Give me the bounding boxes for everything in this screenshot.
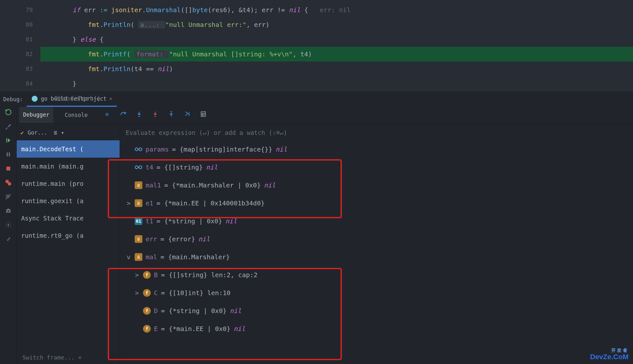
svg-point-12	[7, 210, 9, 212]
stack-frame[interactable]: main.main (main.g	[17, 158, 120, 175]
svg-point-10	[8, 182, 11, 186]
show-exec-point-icon[interactable]: ≡	[103, 111, 111, 119]
stack-frame[interactable]: runtime.rt0_go (a	[17, 227, 120, 244]
variable-row[interactable]: >≡e1 = {*main.EE | 0x140001b34d0}	[120, 194, 633, 212]
resume-icon[interactable]	[4, 136, 13, 145]
watermark: 开发者 DevZe.CoM	[590, 348, 629, 361]
switch-frame-hint[interactable]: Switch frame... ×	[22, 354, 81, 361]
watch-icon	[135, 145, 142, 153]
svg-point-13	[7, 224, 9, 226]
variable-row[interactable]: ≡err = {error} nil	[120, 230, 633, 248]
svg-rect-14	[138, 116, 140, 117]
debugger-tabs: Debugger Console ≡	[17, 106, 633, 124]
svg-rect-5	[6, 138, 7, 142]
svg-point-4	[36, 98, 36, 98]
force-step-into-icon[interactable]	[151, 111, 159, 119]
field-icon: f	[143, 307, 151, 315]
stack-frame[interactable]: Async Stack Trace	[17, 210, 120, 227]
field-icon: f	[143, 271, 151, 279]
filter-icon[interactable]: ≣	[54, 129, 57, 136]
debug-toolwindow: Debugger Console ≡ ✔ Gor... ≣ ▾ ma	[0, 106, 633, 364]
svg-rect-7	[9, 153, 10, 156]
evaluate-input[interactable]: Evaluate expression (↵) or add a watch (…	[120, 125, 633, 140]
tab-console[interactable]: Console	[61, 107, 92, 123]
struct-icon: ≡	[135, 181, 142, 189]
code-area[interactable]: if err := jsoniter.Unmarshal([]byte(res6…	[42, 0, 633, 92]
svg-rect-17	[201, 112, 205, 116]
variable-row[interactable]: fD = {*string | 0x0} nil	[120, 302, 633, 320]
variable-row[interactable]: v≡mal = {main.Marshaler}	[120, 248, 633, 266]
variable-row[interactable]: >fC = {[10]int} len:10	[120, 284, 633, 302]
step-over-icon[interactable]	[119, 111, 127, 119]
debug-label: Debug:	[0, 96, 27, 103]
wrench-icon[interactable]	[4, 122, 13, 131]
run-to-cursor-icon[interactable]	[183, 111, 191, 119]
gopher-icon	[31, 95, 38, 102]
variable-row[interactable]: t4 = {[]string} nil	[120, 158, 633, 176]
struct-icon: ≡	[135, 235, 142, 243]
field-icon: f	[143, 325, 151, 333]
checkmark-icon: ✔	[21, 129, 24, 136]
tab-debugger[interactable]: Debugger	[19, 107, 53, 123]
svg-point-24	[139, 166, 142, 169]
svg-rect-8	[6, 167, 10, 170]
evaluate-icon[interactable]	[199, 111, 207, 119]
stack-frame[interactable]: main.DecodeTest (	[17, 140, 120, 158]
primitive-icon: 01	[135, 217, 142, 225]
camera-icon[interactable]	[4, 206, 13, 215]
step-into-icon[interactable]	[135, 111, 143, 119]
svg-point-21	[135, 148, 138, 151]
struct-icon: ≡	[135, 253, 142, 261]
pause-icon[interactable]	[4, 150, 13, 159]
goroutines-label[interactable]: Gor...	[28, 129, 47, 136]
svg-point-22	[139, 148, 142, 151]
frames-panel: ✔ Gor... ≣ ▾ main.DecodeTest (main.main …	[17, 124, 120, 364]
struct-icon: ≡	[135, 199, 142, 207]
stack-frame[interactable]: runtime.goexit (a	[17, 192, 120, 210]
svg-point-3	[33, 98, 34, 98]
rerun-icon[interactable]	[4, 108, 13, 117]
svg-rect-15	[154, 116, 156, 117]
settings-icon[interactable]	[4, 220, 13, 229]
code-editor[interactable]: 798081828384 if err := jsoniter.Unmarsha…	[0, 0, 633, 92]
variables-panel: Evaluate expression (↵) or add a watch (…	[120, 124, 633, 364]
svg-rect-6	[6, 153, 8, 156]
field-icon: f	[143, 289, 151, 297]
stop-icon[interactable]	[4, 164, 13, 173]
svg-rect-16	[170, 111, 172, 112]
mute-breakpoints-icon[interactable]	[4, 192, 13, 201]
stack-frame[interactable]: runtime.main (pro	[17, 175, 120, 192]
pin-icon[interactable]	[4, 235, 13, 244]
line-gutter: 798081828384	[0, 0, 42, 92]
debug-action-column	[0, 106, 17, 364]
watch-icon	[135, 163, 142, 171]
variable-row[interactable]: >fB = {[]string} len:2, cap:2	[120, 266, 633, 284]
svg-point-0	[32, 96, 38, 102]
svg-point-23	[135, 166, 138, 169]
chevron-down-icon[interactable]: ▾	[61, 129, 64, 136]
variable-row[interactable]: ≡mal1 = {*main.Marshaler | 0x0} nil	[120, 176, 633, 194]
variable-row[interactable]: 01t1 = {*string | 0x0} nil	[120, 212, 633, 230]
variable-row[interactable]: params = {map[string]interface{}} nil	[120, 140, 633, 158]
step-out-icon[interactable]	[167, 111, 175, 119]
step-toolbar: ≡	[103, 111, 207, 119]
variable-row[interactable]: fE = {*main.EE | 0x0} nil	[120, 320, 633, 338]
breakpoints-icon[interactable]	[4, 178, 13, 187]
